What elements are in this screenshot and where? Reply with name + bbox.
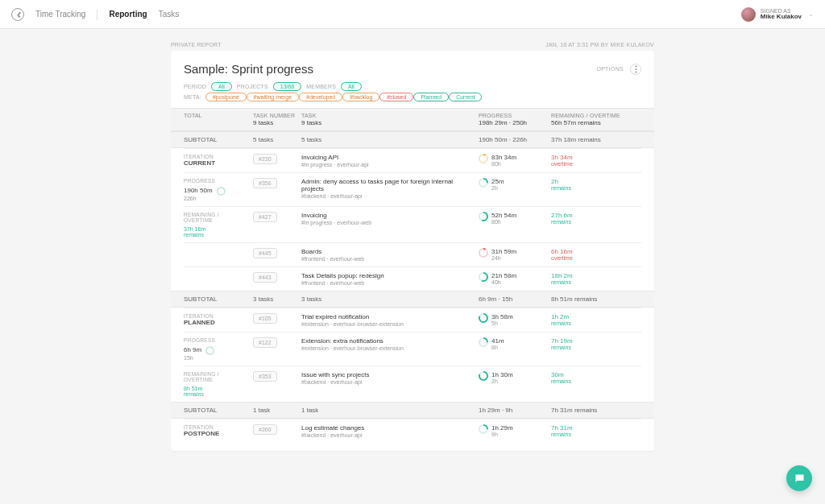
progress-time: 41m [491, 337, 504, 345]
tasknum-cell: #260 [253, 424, 301, 435]
task-title[interactable]: Invoicing [301, 212, 474, 219]
meta-tag[interactable]: #developed [299, 93, 342, 101]
task-meta: #frontend · everhour-web [301, 256, 474, 262]
remaining-time: 7h 31m [551, 424, 627, 432]
filters: PERIOD All PROJECTS 13/66 MEMBERS All [184, 82, 641, 91]
table-row: ITERATION CURRENT #230 Invoicing API #in… [184, 148, 641, 172]
subtotal-label: SUBTOTAL [184, 407, 218, 414]
subtotal-remaining: 7h 31m remains [551, 407, 632, 414]
task-title[interactable]: Admin: deny access to tasks page for for… [301, 178, 474, 192]
nav-separator [97, 9, 97, 20]
task-number-chip[interactable]: #260 [253, 424, 277, 435]
meta-left: PRIVATE REPORT [171, 42, 222, 48]
row-subtotal: SUBTOTAL 3 tasks 3 tasks 6h 9m · 15h 8h … [171, 291, 654, 308]
task-number-chip[interactable]: #427 [253, 212, 277, 222]
remaining-cell: 2h remains [551, 178, 632, 191]
sidebar-progress-bot: 226h [184, 196, 197, 201]
period-label: PERIOD [184, 84, 206, 89]
table-row: REMAINING / OVERTIME 8h 51mremains #353 … [184, 366, 641, 402]
task-number-chip[interactable]: #353 [253, 371, 277, 382]
report-card: Sample: Sprint progress OPTIONS PERIOD A… [171, 51, 654, 451]
remaining-status: remains [551, 345, 627, 350]
task-title[interactable]: Trial expired notification [301, 313, 474, 320]
nav-tasks[interactable]: Tasks [159, 10, 180, 19]
row-sidebar: REMAINING / OVERTIME 37h 18mremains [184, 212, 253, 238]
svg-point-3 [479, 155, 487, 163]
task-cell: Invoicing #in progress · everhour-web [301, 212, 479, 225]
iteration-label: ITERATION [184, 424, 248, 430]
progress-cell: 1h 30m 2h [479, 371, 551, 384]
progress-ring-icon [217, 187, 226, 196]
remaining-status: remains [551, 219, 627, 225]
row-total: TOTAL TASK NUMBER 9 tasks TASK 9 tasks P… [171, 108, 654, 131]
subtotal-task: 3 tasks [301, 295, 479, 303]
more-button[interactable] [630, 64, 641, 75]
remaining-cell: 1h 2m remains [551, 313, 632, 326]
meta-tag[interactable]: #closed [379, 93, 413, 101]
task-title[interactable]: Issue with sync projects [301, 371, 474, 378]
sidebar-remover-label: REMAINING / OVERTIME [184, 371, 248, 382]
sidebar-remaining-bot: remains [184, 232, 204, 238]
subtotal-progress: 6h 9m · 15h [479, 295, 551, 303]
task-number-chip[interactable]: #445 [253, 248, 277, 258]
task-number-chip[interactable]: #105 [253, 313, 277, 324]
members-filter[interactable]: All [341, 82, 362, 91]
total-label: TOTAL [184, 113, 248, 118]
members-label: MEMBERS [306, 84, 336, 89]
progress-cell: 1h 29m 9h [479, 424, 551, 437]
user-name: Mike Kulakov [761, 14, 802, 20]
meta-tag[interactable]: Current [449, 93, 482, 101]
sidebar-progress-bot: 15h [184, 355, 193, 361]
meta-tag[interactable]: Planned [413, 93, 449, 101]
period-filter[interactable]: All [211, 82, 232, 91]
remaining-status: remains [551, 279, 627, 285]
remaining-status: remains [551, 432, 627, 437]
task-title[interactable]: Invoicing API [301, 154, 474, 161]
meta-tag[interactable]: #waiting merge [247, 93, 299, 101]
task-number-chip[interactable]: #443 [253, 272, 277, 283]
progress-time: 83h 34m [491, 154, 516, 161]
clock-logo-icon [11, 8, 24, 21]
task-title[interactable]: Task Details popup: redesign [301, 272, 474, 279]
chat-fab[interactable] [786, 465, 812, 491]
task-number-chip[interactable]: #356 [253, 178, 277, 188]
progress-time: 1h 29m [491, 424, 513, 432]
meta-tag[interactable]: #backlog [342, 93, 379, 101]
progress-cell: 41m 8h [479, 337, 551, 350]
iteration-name: POSTPONE [184, 430, 248, 437]
progress-estimate: 40h [491, 279, 516, 285]
task-title[interactable]: Extension: extra notifications [301, 337, 474, 345]
iteration-label: ITERATION [184, 154, 248, 159]
progress-time: 3h 58m [491, 313, 513, 320]
task-title[interactable]: Log estimate changes [301, 424, 474, 432]
chat-icon [794, 473, 806, 485]
remaining-status: remains [551, 320, 627, 326]
nav-reporting[interactable]: Reporting [109, 10, 147, 19]
avatar[interactable] [741, 7, 756, 22]
progress-ring-icon [479, 248, 487, 257]
user-menu-caret-icon[interactable]: ⌄ [808, 10, 814, 18]
remaining-cell: 3h 34m overtime [551, 154, 632, 167]
row-sidebar: PROGRESS 6h 9m 15h [184, 337, 253, 361]
meta-label: META: [184, 94, 201, 100]
progress-cell: 83h 34m 80h [479, 154, 551, 167]
progress-ring-icon [479, 272, 487, 281]
projects-filter[interactable]: 13/66 [273, 82, 302, 91]
tasknum-cell: #443 [253, 272, 301, 283]
task-label: TASK [301, 113, 474, 118]
brand-link[interactable]: Time Tracking [35, 10, 85, 19]
task-number-chip[interactable]: #122 [253, 337, 277, 348]
task-title[interactable]: Boards [301, 248, 474, 255]
meta-tag[interactable]: #postpone [205, 93, 247, 101]
remaining-time: 27h 6m [551, 212, 627, 219]
task-cell: Admin: deny access to tasks page for for… [301, 178, 479, 199]
iteration-label: ITERATION [184, 313, 248, 319]
task-number-chip[interactable]: #230 [253, 154, 277, 164]
remaining-time: 2h [551, 178, 627, 185]
task-cell: Extension: extra notifications #extensio… [301, 337, 479, 351]
remaining-value: 56h 57m remains [551, 119, 627, 126]
progress-cell: 52h 54m 80h [479, 212, 551, 225]
sidebar-progress-label: PROGRESS [184, 178, 248, 184]
progress-estimate: 9h [491, 432, 513, 437]
task-meta: #in progress · everhour-web [301, 220, 474, 225]
